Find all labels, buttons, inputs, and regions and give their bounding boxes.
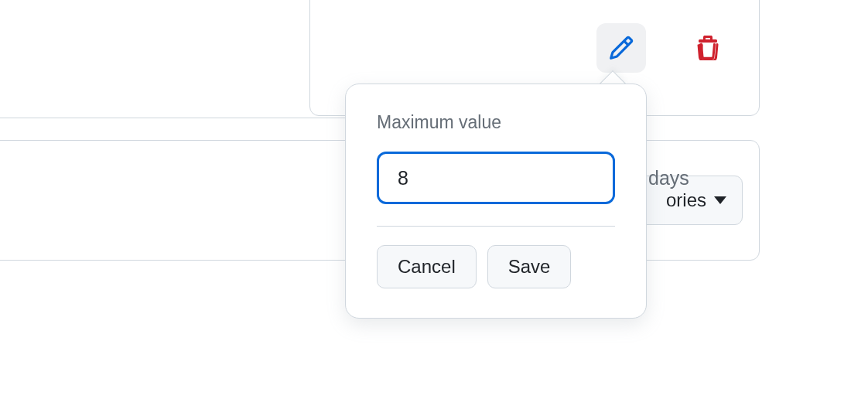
max-value-input[interactable]	[398, 167, 642, 189]
edit-max-value-popover: Maximum value days Cancel Save	[345, 84, 647, 319]
cancel-button[interactable]: Cancel	[377, 245, 477, 288]
item-action-icon-row	[596, 23, 733, 73]
pencil-icon	[608, 35, 634, 61]
categories-dropdown-label-fragment: ories	[666, 189, 706, 211]
trash-icon	[695, 36, 720, 60]
popover-divider	[377, 226, 615, 227]
delete-button[interactable]	[683, 23, 733, 73]
popover-body: Maximum value days Cancel Save	[345, 84, 647, 319]
max-value-input-group[interactable]: days	[377, 152, 615, 204]
save-button[interactable]: Save	[487, 245, 572, 288]
chevron-down-icon	[714, 196, 726, 204]
max-value-unit-label: days	[648, 167, 689, 189]
popover-button-row: Cancel Save	[377, 245, 615, 288]
max-value-label: Maximum value	[377, 112, 615, 133]
edit-button[interactable]	[596, 23, 646, 73]
background-divider	[0, 118, 356, 118]
